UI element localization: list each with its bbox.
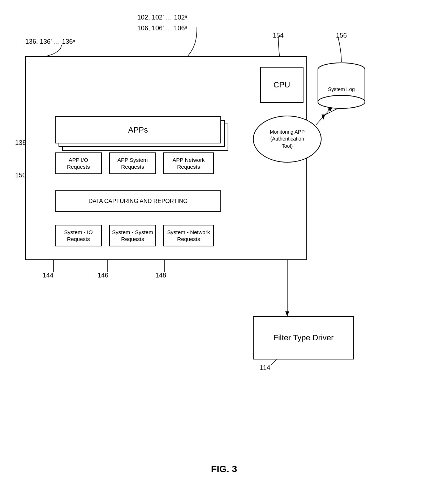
- label-136: 136, 136' … 136ⁿ: [25, 38, 75, 46]
- label-156: 156: [336, 32, 347, 39]
- svg-line-8: [316, 107, 332, 125]
- sys-network-box: System - NetworkRequests: [163, 225, 214, 246]
- svg-text:System Log: System Log: [328, 86, 355, 92]
- figure-label: FIG. 3: [211, 464, 237, 475]
- cpu-label: CPU: [273, 80, 290, 90]
- label-138: 138: [15, 139, 26, 147]
- app-system-box: APP SystemRequests: [109, 152, 156, 174]
- data-capture-label: DATA CAPTURING AND REPORTING: [89, 198, 188, 205]
- label-106: 106, 106' … 106ⁿ: [137, 25, 187, 32]
- app-network-label: APP NetworkRequests: [173, 156, 205, 171]
- data-capture-box: DATA CAPTURING AND REPORTING: [55, 190, 221, 212]
- monitoring-label: Monitoring APP(AuthenticationTool): [270, 129, 305, 150]
- label-150: 150: [15, 172, 26, 179]
- app-io-label: APP I/ORequests: [67, 156, 90, 171]
- apps-label: APPs: [128, 125, 148, 135]
- label-154: 154: [273, 32, 284, 39]
- app-system-label: APP SystemRequests: [117, 156, 148, 171]
- sys-system-box: System - SystemRequests: [109, 225, 156, 246]
- app-network-box: APP NetworkRequests: [163, 152, 214, 174]
- sys-io-box: System - IORequests: [55, 225, 102, 246]
- monitoring-ellipse: Monitoring APP(AuthenticationTool): [253, 116, 322, 163]
- label-144: 144: [43, 272, 53, 279]
- system-log-cylinder: System Log: [316, 62, 367, 109]
- label-102: 102, 102' … 102ⁿ: [137, 14, 187, 21]
- sys-io-label: System - IORequests: [64, 229, 92, 243]
- apps-box: APPs: [55, 116, 221, 143]
- cpu-box: CPU: [260, 67, 303, 103]
- label-114: 114: [259, 364, 270, 372]
- svg-rect-14: [318, 69, 365, 76]
- filter-driver-label: Filter Type Driver: [273, 333, 333, 343]
- diagram-container: 102, 102' … 102ⁿ 106, 106' … 106ⁿ 136, 1…: [0, 0, 448, 500]
- sys-system-label: System - SystemRequests: [112, 229, 153, 243]
- svg-point-13: [318, 95, 365, 108]
- app-io-box: APP I/ORequests: [55, 152, 102, 174]
- label-148: 148: [155, 272, 166, 279]
- label-146: 146: [98, 272, 108, 279]
- sys-network-label: System - NetworkRequests: [167, 229, 210, 243]
- filter-driver-box: Filter Type Driver: [253, 316, 354, 359]
